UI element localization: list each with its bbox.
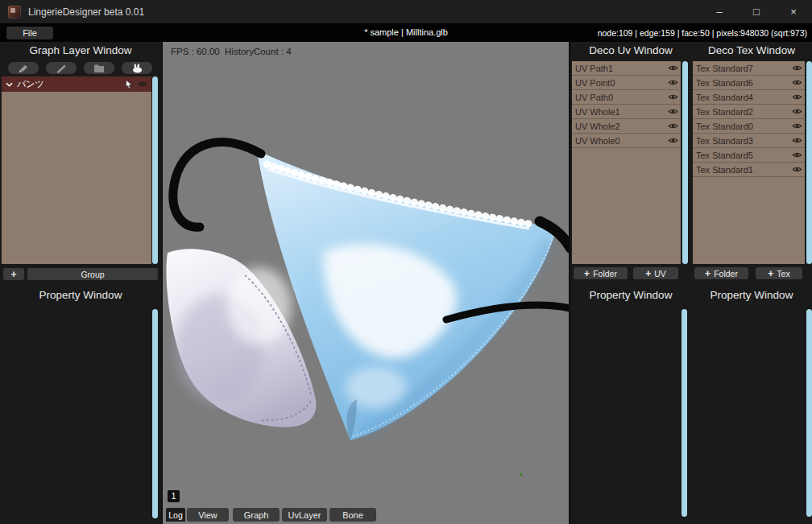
visibility-eye-icon[interactable]	[137, 80, 147, 88]
mesh-stats: node:109 | edge:159 | face:50 | pixels:9…	[598, 28, 807, 38]
pen-icon	[56, 64, 67, 73]
tex-list-item[interactable]: Tex Standard5	[693, 148, 805, 163]
tex-add-button[interactable]: + Tex	[756, 267, 802, 279]
tex-list-item[interactable]: Tex Standard1	[693, 163, 805, 177]
rabbit-tool-button[interactable]	[122, 62, 152, 74]
tab-bone[interactable]: Bone	[329, 508, 376, 522]
visibility-eye-icon[interactable]	[668, 137, 678, 144]
visibility-eye-icon[interactable]	[792, 108, 802, 115]
visibility-eye-icon[interactable]	[792, 64, 802, 72]
viewport-origin-marker	[520, 473, 522, 476]
folder-tool-button[interactable]	[84, 62, 114, 74]
deco-uv-panel: Deco Uv Window UV Path1 UV Point0 UV Pat…	[570, 42, 691, 524]
uv-add-folder-button[interactable]: + Folder	[574, 267, 628, 279]
layer-toolbar	[8, 62, 152, 74]
visibility-eye-icon[interactable]	[668, 79, 678, 86]
minimize-button[interactable]: –	[701, 0, 738, 24]
deco-tex-panel: Deco Tex Window Tex Standard7 Tex Standa…	[691, 42, 812, 524]
menubar: File * sample | Milltina.glb node:109 | …	[0, 24, 812, 42]
uv-add-button[interactable]: + UV	[633, 267, 678, 279]
brush-icon	[18, 64, 29, 73]
visibility-eye-icon[interactable]	[792, 93, 802, 101]
tex-list-scrollbar[interactable]	[806, 61, 812, 264]
uv-list-item[interactable]: UV Whole2	[572, 119, 681, 134]
rabbit-icon	[130, 63, 143, 73]
tex-list-item[interactable]: Tex Standard0	[693, 119, 805, 134]
brush-tool-button[interactable]	[8, 62, 39, 74]
3d-viewport[interactable]: FPS : 60.00 HistoryCount : 4 1 Log View …	[161, 42, 570, 524]
visibility-eye-icon[interactable]	[792, 151, 802, 159]
chevron-down-icon[interactable]	[6, 82, 13, 87]
cursor-icon	[125, 79, 133, 89]
layer-list: パンツ	[2, 76, 151, 264]
tab-graph[interactable]: Graph	[233, 508, 280, 522]
titlebar: LingerieDesigner beta 0.01 – □ ×	[0, 0, 812, 24]
deco-tex-title: Deco Tex Window	[691, 44, 812, 56]
tab-view[interactable]: View	[187, 508, 229, 522]
layer-property-title: Property Window	[0, 289, 161, 301]
layer-list-scrollbar[interactable]	[152, 76, 158, 264]
uv-list-item[interactable]: UV Path1	[572, 61, 681, 76]
uv-property-scrollbar[interactable]	[682, 309, 687, 517]
visibility-eye-icon[interactable]	[792, 122, 802, 130]
visibility-eye-icon[interactable]	[668, 108, 678, 115]
uv-list-item[interactable]: UV Path0	[572, 90, 681, 105]
log-tab[interactable]: Log	[166, 508, 185, 522]
graph-layer-title: Graph Layer Window	[0, 44, 161, 56]
tex-list-item[interactable]: Tex Standard6	[693, 76, 805, 90]
tex-list-item[interactable]: Tex Standard2	[693, 105, 805, 119]
close-button[interactable]: ×	[775, 0, 812, 24]
maximize-button[interactable]: □	[738, 0, 775, 24]
graph-layer-panel: Graph Layer Window	[0, 42, 161, 524]
tex-list-item[interactable]: Tex Standard7	[693, 61, 805, 76]
visibility-eye-icon[interactable]	[668, 122, 678, 130]
window-controls: – □ ×	[701, 0, 812, 24]
add-layer-button[interactable]: +	[3, 268, 24, 280]
visibility-eye-icon[interactable]	[792, 137, 802, 144]
tex-property-title: Property Window	[691, 289, 812, 301]
tex-add-folder-button[interactable]: + Folder	[694, 267, 748, 279]
group-button[interactable]: Group	[27, 268, 158, 280]
pen-tool-button[interactable]	[46, 62, 77, 74]
uv-list-item[interactable]: UV Whole0	[572, 134, 681, 148]
tex-list-item[interactable]: Tex Standard3	[693, 134, 805, 148]
visibility-eye-icon[interactable]	[792, 166, 802, 173]
uv-list-item[interactable]: UV Point0	[572, 76, 681, 90]
window-title: LingerieDesigner beta 0.01	[28, 6, 144, 18]
uv-list: UV Path1 UV Point0 UV Path0 UV Whole1 UV…	[572, 61, 681, 264]
folder-icon	[93, 64, 105, 73]
uv-list-scrollbar[interactable]	[682, 61, 688, 264]
visibility-eye-icon[interactable]	[668, 64, 678, 72]
app-icon[interactable]	[8, 6, 21, 19]
log-count-badge: 1	[168, 490, 180, 502]
tab-uvlayer[interactable]: UvLayer	[282, 508, 327, 522]
uv-property-title: Property Window	[570, 289, 691, 301]
tex-list-item[interactable]: Tex Standard4	[693, 90, 805, 105]
layer-row-selected[interactable]: パンツ	[2, 76, 151, 92]
lingerie-3d-model	[163, 42, 569, 524]
tex-list: Tex Standard7 Tex Standard6 Tex Standard…	[693, 61, 805, 264]
tex-property-scrollbar[interactable]	[806, 309, 812, 517]
visibility-eye-icon[interactable]	[668, 93, 678, 101]
fps-counter: FPS : 60.00 HistoryCount : 4	[171, 47, 292, 56]
deco-uv-title: Deco Uv Window	[570, 44, 691, 56]
layer-property-scrollbar[interactable]	[152, 309, 158, 518]
visibility-eye-icon[interactable]	[792, 79, 802, 86]
layer-label: パンツ	[17, 78, 121, 90]
uv-list-item[interactable]: UV Whole1	[572, 105, 681, 119]
